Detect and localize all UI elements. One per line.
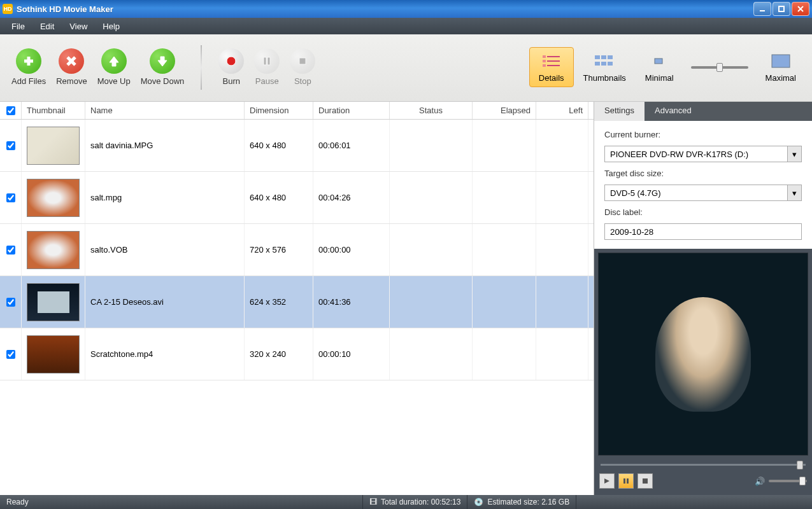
panel-tabs: Settings Advanced (594, 102, 812, 121)
target-disc-label: Target disc size: (604, 169, 802, 178)
file-name: salto.VOB (85, 224, 245, 275)
row-checkbox[interactable] (6, 141, 15, 150)
file-left (536, 328, 588, 380)
file-left (536, 120, 588, 171)
row-checkbox[interactable] (6, 246, 15, 254)
col-name[interactable]: Name (85, 102, 245, 119)
file-elapsed (473, 224, 536, 275)
row-checkbox[interactable] (6, 193, 15, 202)
pause-button[interactable]: Pause (249, 46, 285, 88)
col-dimension[interactable]: Dimension (245, 102, 313, 119)
col-left[interactable]: Left (536, 102, 588, 119)
minimize-button[interactable] (753, 2, 771, 16)
svg-rect-17 (547, 60, 560, 62)
settings-panel: Current burner: PIONEER DVD-RW DVR-K17RS… (594, 121, 812, 249)
svg-rect-15 (547, 56, 560, 57)
film-icon: 🎞 (369, 498, 377, 506)
thumbnail-size-slider[interactable] (683, 66, 756, 69)
svg-rect-19 (547, 65, 560, 66)
view-maximal-button[interactable]: Maximal (756, 47, 806, 87)
maximal-icon (769, 52, 792, 71)
file-elapsed (473, 276, 536, 328)
file-status (390, 328, 473, 380)
col-thumbnail[interactable]: Thumbnail (22, 102, 85, 119)
x-icon (59, 48, 84, 74)
col-elapsed[interactable]: Elapsed (473, 102, 536, 119)
svg-rect-30 (627, 478, 629, 484)
file-status (390, 172, 473, 223)
stop-button[interactable]: Stop (285, 46, 320, 88)
svg-rect-12 (267, 57, 270, 65)
volume-icon[interactable]: 🔊 (755, 477, 765, 486)
col-status[interactable]: Status (390, 102, 473, 119)
file-status (390, 224, 473, 275)
file-left (536, 172, 588, 223)
move-down-button[interactable]: Move Down (136, 46, 190, 88)
menu-view[interactable]: View (63, 20, 94, 33)
view-details-button[interactable]: Details (529, 47, 574, 87)
app-title: Sothink HD Movie Maker (17, 4, 752, 14)
menu-edit[interactable]: Edit (34, 20, 61, 33)
file-duration: 00:04:26 (313, 172, 390, 223)
file-duration: 00:00:10 (313, 328, 390, 380)
arrow-up-icon (101, 48, 127, 74)
file-dimension: 624 x 352 (245, 276, 313, 328)
svg-rect-26 (655, 59, 662, 64)
svg-rect-16 (543, 60, 546, 62)
svg-marker-9 (158, 57, 167, 66)
svg-rect-25 (608, 62, 613, 66)
status-ready: Ready (0, 495, 363, 509)
file-duration: 00:06:01 (313, 120, 390, 171)
add-files-button[interactable]: Add Files (6, 46, 51, 88)
select-all-checkbox[interactable] (6, 106, 15, 115)
table-row[interactable]: CA 2-15 Deseos.avi624 x 35200:41:36 (0, 276, 594, 328)
preview-screen[interactable] (598, 253, 808, 456)
pause-icon (254, 48, 280, 74)
row-checkbox[interactable] (6, 350, 15, 359)
minimal-icon (648, 52, 671, 71)
menu-bar: File Edit View Help (0, 18, 812, 34)
table-row[interactable]: salto.VOB720 x 57600:00:00 (0, 224, 594, 276)
preview-panel: 🔊 (594, 249, 812, 495)
status-bar: Ready 🎞 Total duration: 00:52:13 💿 Estim… (0, 495, 812, 509)
file-duration: 00:41:36 (313, 276, 390, 328)
disc-icon: 💿 (474, 498, 483, 506)
row-checkbox[interactable] (6, 298, 15, 307)
arrow-down-icon (150, 48, 175, 74)
preview-pause-button[interactable] (618, 473, 634, 489)
maximize-button[interactable] (773, 2, 790, 16)
side-panel: Settings Advanced Current burner: PIONEE… (594, 102, 812, 495)
svg-point-10 (227, 57, 236, 66)
details-icon (540, 52, 563, 71)
file-dimension: 320 x 240 (245, 328, 313, 380)
remove-button[interactable]: Remove (51, 46, 92, 88)
preview-stop-button[interactable] (637, 473, 653, 489)
menu-file[interactable]: File (5, 20, 31, 33)
svg-rect-22 (608, 55, 613, 59)
menu-help[interactable]: Help (96, 20, 126, 33)
table-row[interactable]: salt davinia.MPG640 x 48000:06:01 (0, 120, 594, 172)
file-name: Scratchtone.mp4 (85, 328, 245, 380)
svg-rect-31 (643, 478, 648, 484)
move-up-button[interactable]: Move Up (92, 46, 136, 88)
preview-seek-slider[interactable] (598, 459, 808, 471)
burn-button[interactable]: Burn (213, 46, 249, 88)
titlebar: HD Sothink HD Movie Maker (0, 0, 812, 18)
close-button[interactable] (792, 2, 809, 16)
file-status (390, 276, 473, 328)
disc-label-input[interactable] (604, 223, 802, 240)
tab-advanced[interactable]: Advanced (645, 102, 702, 121)
preview-play-button[interactable] (599, 473, 615, 489)
volume-slider[interactable] (769, 480, 807, 482)
view-thumbnails-button[interactable]: Thumbnails (574, 47, 636, 87)
target-disc-select[interactable]: DVD-5 (4.7G) ▾ (604, 185, 802, 201)
table-row[interactable]: salt.mpg640 x 48000:04:26 (0, 172, 594, 224)
tab-settings[interactable]: Settings (594, 102, 645, 121)
table-row[interactable]: Scratchtone.mp4320 x 24000:00:10 (0, 328, 594, 380)
view-minimal-button[interactable]: Minimal (636, 47, 683, 87)
stop-icon (290, 48, 315, 74)
current-burner-select[interactable]: PIONEER DVD-RW DVR-K17RS (D:) ▾ (604, 146, 802, 162)
thumbnails-icon (593, 52, 616, 71)
svg-rect-24 (601, 62, 606, 66)
col-duration[interactable]: Duration (313, 102, 390, 119)
